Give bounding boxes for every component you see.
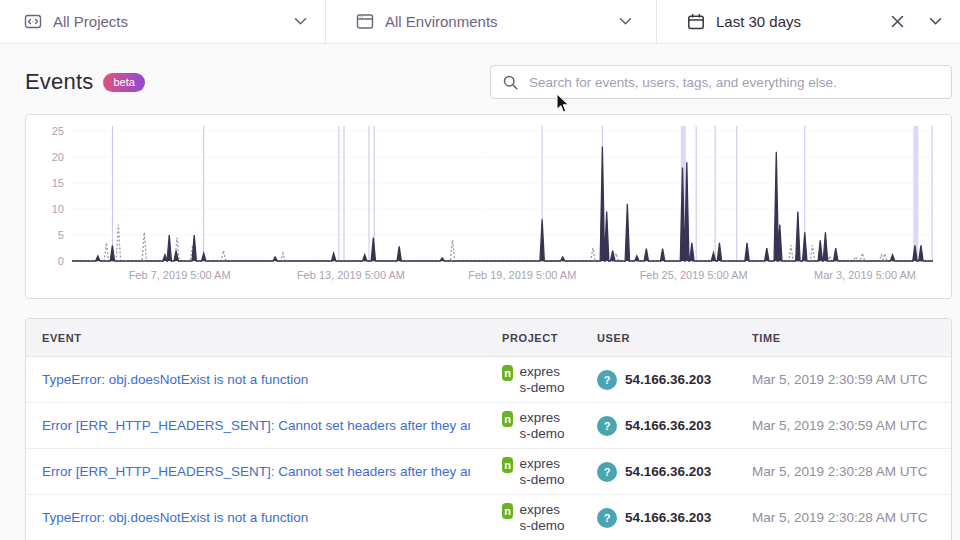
- svg-text:15: 15: [52, 177, 64, 189]
- project-cell: nexpress-demo: [486, 358, 581, 402]
- svg-text:5: 5: [58, 229, 64, 241]
- project-link[interactable]: express-demo: [519, 410, 565, 442]
- table-row: Error [ERR_HTTP_HEADERS_SENT]: Cannot se…: [26, 403, 951, 449]
- event-link[interactable]: Error [ERR_HTTP_HEADERS_SENT]: Cannot se…: [42, 418, 470, 433]
- environment-selector[interactable]: All Environments: [326, 0, 656, 43]
- event-time: Mar 5, 2019 2:30:59 AM UTC: [736, 366, 951, 393]
- calendar-icon: [687, 13, 705, 31]
- nodejs-icon: n: [502, 503, 513, 519]
- nodejs-icon: n: [502, 365, 513, 381]
- table-row: TypeError: obj.doesNotExist is not a fun…: [26, 495, 951, 540]
- event-link[interactable]: Error [ERR_HTTP_HEADERS_SENT]: Cannot se…: [42, 464, 470, 479]
- nodejs-icon: n: [502, 457, 513, 473]
- page-title: Events: [25, 69, 93, 95]
- environments-icon: [356, 13, 374, 30]
- svg-text:Mar 3, 2019 5:00 AM: Mar 3, 2019 5:00 AM: [814, 269, 916, 281]
- events-chart-panel: 0510152025Feb 7, 2019 5:00 AMFeb 13, 201…: [25, 114, 952, 299]
- search-input[interactable]: [527, 74, 939, 91]
- environment-selector-label: All Environments: [385, 13, 498, 30]
- search-bar[interactable]: [490, 65, 952, 99]
- chevron-down-icon: [929, 17, 942, 26]
- project-cell: nexpress-demo: [486, 404, 581, 448]
- user-cell: ?54.166.36.203: [581, 364, 736, 396]
- column-header-user: USER: [581, 319, 736, 356]
- project-cell: nexpress-demo: [486, 450, 581, 494]
- events-chart[interactable]: 0510152025Feb 7, 2019 5:00 AMFeb 13, 201…: [26, 115, 951, 298]
- events-table-panel: EVENT PROJECT USER TIME TypeError: obj.d…: [25, 318, 952, 540]
- project-link[interactable]: express-demo: [519, 502, 565, 534]
- page-header: Events beta: [25, 65, 952, 99]
- project-selector[interactable]: All Projects: [0, 0, 325, 43]
- column-header-project: PROJECT: [486, 319, 581, 356]
- date-range-label: Last 30 days: [716, 13, 801, 30]
- svg-text:25: 25: [52, 125, 64, 137]
- nodejs-icon: n: [502, 411, 513, 427]
- user-ip: 54.166.36.203: [625, 464, 711, 479]
- user-cell: ?54.166.36.203: [581, 410, 736, 442]
- svg-text:Feb 19, 2019 5:00 AM: Feb 19, 2019 5:00 AM: [468, 269, 576, 281]
- project-link[interactable]: express-demo: [519, 364, 565, 396]
- user-cell: ?54.166.36.203: [581, 456, 736, 488]
- search-icon: [503, 75, 518, 90]
- topbar: All Projects All Environments: [0, 0, 960, 44]
- beta-badge: beta: [103, 73, 144, 92]
- user-avatar-icon: ?: [597, 508, 617, 528]
- event-time: Mar 5, 2019 2:30:28 AM UTC: [736, 458, 951, 485]
- user-cell: ?54.166.36.203: [581, 502, 736, 534]
- project-cell: nexpress-demo: [486, 496, 581, 540]
- user-avatar-icon: ?: [597, 370, 617, 390]
- user-ip: 54.166.36.203: [625, 418, 711, 433]
- event-time: Mar 5, 2019 2:30:28 AM UTC: [736, 504, 951, 531]
- column-header-event: EVENT: [26, 319, 486, 356]
- user-ip: 54.166.36.203: [625, 510, 711, 525]
- svg-text:Feb 7, 2019 5:00 AM: Feb 7, 2019 5:00 AM: [129, 269, 231, 281]
- user-avatar-icon: ?: [597, 416, 617, 436]
- table-row: Error [ERR_HTTP_HEADERS_SENT]: Cannot se…: [26, 449, 951, 495]
- project-link[interactable]: express-demo: [519, 456, 565, 488]
- svg-text:0: 0: [58, 255, 64, 267]
- table-row: TypeError: obj.doesNotExist is not a fun…: [26, 357, 951, 403]
- svg-text:Feb 13, 2019 5:00 AM: Feb 13, 2019 5:00 AM: [297, 269, 405, 281]
- chevron-down-icon: [294, 17, 307, 26]
- table-body: TypeError: obj.doesNotExist is not a fun…: [26, 357, 951, 540]
- svg-text:20: 20: [52, 151, 64, 163]
- svg-text:Feb 25, 2019 5:00 AM: Feb 25, 2019 5:00 AM: [640, 269, 748, 281]
- project-selector-label: All Projects: [53, 13, 128, 30]
- event-link[interactable]: TypeError: obj.doesNotExist is not a fun…: [42, 372, 470, 387]
- column-header-time: TIME: [736, 319, 951, 356]
- projects-icon: [24, 13, 42, 30]
- clear-date-range-icon[interactable]: [891, 15, 904, 28]
- events-page: Events beta 0510152025Feb 7, 2019 5:00 A…: [0, 65, 960, 540]
- event-time: Mar 5, 2019 2:30:59 AM UTC: [736, 412, 951, 439]
- user-avatar-icon: ?: [597, 462, 617, 482]
- table-header: EVENT PROJECT USER TIME: [26, 319, 951, 357]
- svg-text:10: 10: [52, 203, 64, 215]
- date-range-selector[interactable]: Last 30 days: [657, 0, 960, 43]
- event-link[interactable]: TypeError: obj.doesNotExist is not a fun…: [42, 510, 470, 525]
- user-ip: 54.166.36.203: [625, 372, 711, 387]
- chevron-down-icon: [619, 17, 632, 26]
